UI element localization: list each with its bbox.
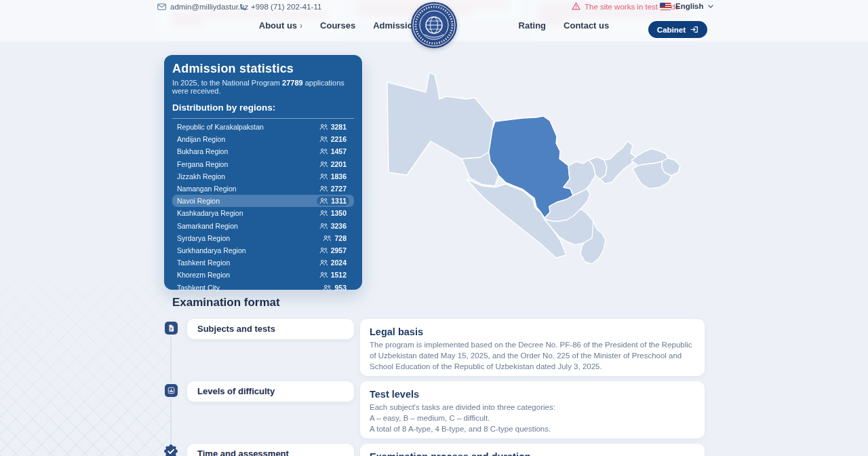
- people-icon: [319, 185, 328, 192]
- region-row[interactable]: Jizzakh Region1836: [172, 170, 354, 183]
- region-row[interactable]: Bukhara Region1457: [172, 145, 354, 157]
- region-row[interactable]: Republic of Karakalpakstan3281: [172, 121, 354, 133]
- people-icon: [319, 271, 328, 278]
- nav-about-us[interactable]: About us ›: [259, 20, 302, 31]
- region-count: 2216: [317, 134, 349, 144]
- region-row[interactable]: Syrdarya Region728: [172, 232, 354, 244]
- login-icon: [690, 26, 698, 33]
- background-pattern: [0, 232, 170, 456]
- examination-process-card: Examination process and duration: [360, 444, 705, 456]
- region-name: Syrdarya Region: [177, 234, 230, 242]
- page: admin@milliydastur.uz +998 (71) 202-41-1…: [0, 0, 868, 456]
- region-name: Bukhara Region: [177, 147, 228, 155]
- region-name: Andijan Region: [177, 135, 225, 143]
- region-row[interactable]: Tashkent Region2024: [172, 256, 354, 269]
- divider: [172, 118, 354, 119]
- region-name: Namangan Region: [177, 185, 237, 193]
- region-name: Republic of Karakalpakstan: [177, 123, 264, 131]
- phone-link[interactable]: +998 (71) 202-41-11: [239, 3, 321, 11]
- region-row[interactable]: Fergana Region2201: [172, 158, 354, 170]
- region-count: 2201: [317, 159, 349, 169]
- region-count: 953: [320, 283, 349, 292]
- region-name: Kashkadarya Region: [177, 209, 243, 217]
- panel-title: Admission statistics: [172, 62, 354, 76]
- card-line: A total of 8 A-type, 4 B-type, and 8 C-t…: [370, 423, 695, 434]
- map-region-tashkent[interactable]: [600, 141, 636, 184]
- timeline-step-3: [162, 444, 180, 456]
- region-name: Tashkent Region: [177, 259, 230, 267]
- region-count: 728: [320, 233, 349, 243]
- uzbekistan-map: [372, 58, 712, 285]
- region-name: Samarkand Region: [177, 222, 238, 230]
- region-row[interactable]: Navoi Region1311: [172, 195, 354, 207]
- region-count: 2024: [317, 258, 349, 267]
- region-row[interactable]: Kashkadarya Region1350: [172, 207, 354, 219]
- region-name: Jizzakh Region: [177, 172, 225, 180]
- nav-contact-us[interactable]: Contact us: [564, 20, 609, 31]
- cabinet-label: Cabinet: [657, 26, 686, 34]
- region-row[interactable]: Tashkent City953: [172, 281, 354, 293]
- document-icon: [165, 322, 178, 335]
- people-icon: [319, 173, 328, 180]
- timeline-label-time[interactable]: Time and assessment: [187, 444, 354, 456]
- region-count: 1457: [317, 147, 349, 156]
- people-icon: [319, 148, 328, 155]
- section-heading: Examination format: [172, 296, 280, 309]
- region-name: Navoi Region: [177, 197, 220, 205]
- card-title: Examination process and duration: [370, 451, 695, 456]
- people-icon: [323, 284, 332, 291]
- cabinet-button[interactable]: Cabinet: [648, 21, 707, 38]
- test-levels-card: Test levels Each subject's tasks are div…: [360, 381, 705, 438]
- region-list: Republic of Karakalpakstan3281Andijan Re…: [172, 121, 354, 294]
- card-line: A – easy, B – medium, C – difficult.: [370, 413, 695, 423]
- applications-count: 27789: [282, 79, 303, 87]
- warning-triangle-icon: [572, 2, 580, 12]
- region-row[interactable]: Andijan Region2216: [172, 133, 354, 145]
- people-icon: [319, 197, 328, 204]
- legal-basis-card: Legal basis The program is implemented b…: [360, 319, 705, 376]
- timeline-label-subjects[interactable]: Subjects and tests: [187, 319, 354, 339]
- people-icon: [319, 136, 328, 142]
- region-count: 3236: [317, 221, 349, 231]
- region-name: Surkhandarya Region: [177, 246, 246, 254]
- admission-statistics-panel: Admission statistics In 2025, to the Nat…: [164, 55, 362, 290]
- people-icon: [319, 210, 328, 216]
- people-icon: [319, 247, 328, 254]
- region-name: Fergana Region: [177, 160, 228, 168]
- region-row[interactable]: Namangan Region2727: [172, 183, 354, 195]
- badge-check-icon: [163, 444, 178, 456]
- chevron-right-icon: ›: [300, 21, 302, 31]
- region-count: 1311: [317, 196, 349, 206]
- people-icon: [319, 259, 328, 266]
- people-icon: [319, 161, 328, 168]
- site-logo[interactable]: [411, 2, 457, 48]
- people-icon: [323, 235, 332, 242]
- email-text: admin@milliydastur.uz: [170, 3, 248, 11]
- nav-rating[interactable]: Rating: [519, 20, 546, 31]
- language-label: English: [675, 2, 704, 10]
- email-link[interactable]: admin@milliydastur.uz: [157, 3, 248, 11]
- chevron-down-icon: [708, 5, 713, 8]
- card-title: Legal basis: [370, 326, 695, 337]
- nav-courses[interactable]: Courses: [320, 20, 355, 31]
- region-count: 1350: [317, 208, 349, 218]
- phone-icon: [239, 3, 247, 11]
- region-row[interactable]: Surkhandarya Region2957: [172, 244, 354, 256]
- us-flag-icon: [660, 3, 671, 10]
- language-selector[interactable]: English: [660, 2, 713, 10]
- bar-chart-icon: [165, 384, 178, 397]
- panel-subtitle: Distribution by regions:: [172, 102, 354, 113]
- region-count: 2957: [317, 246, 349, 255]
- region-name: Khorezm Region: [177, 271, 230, 279]
- region-row[interactable]: Samarkand Region3236: [172, 220, 354, 232]
- region-row[interactable]: Khorezm Region1512: [172, 269, 354, 281]
- region-count: 2727: [317, 184, 349, 193]
- timeline-label-levels[interactable]: Levels of difficulty: [187, 381, 354, 402]
- timeline-step-2: [162, 381, 180, 399]
- card-line: Each subject's tasks are divided into th…: [370, 402, 695, 413]
- panel-intro: In 2025, to the National Program 27789 a…: [172, 79, 354, 95]
- people-icon: [319, 124, 328, 130]
- phone-text: +998 (71) 202-41-11: [251, 3, 321, 11]
- people-icon: [319, 223, 328, 229]
- region-count: 3281: [317, 122, 349, 132]
